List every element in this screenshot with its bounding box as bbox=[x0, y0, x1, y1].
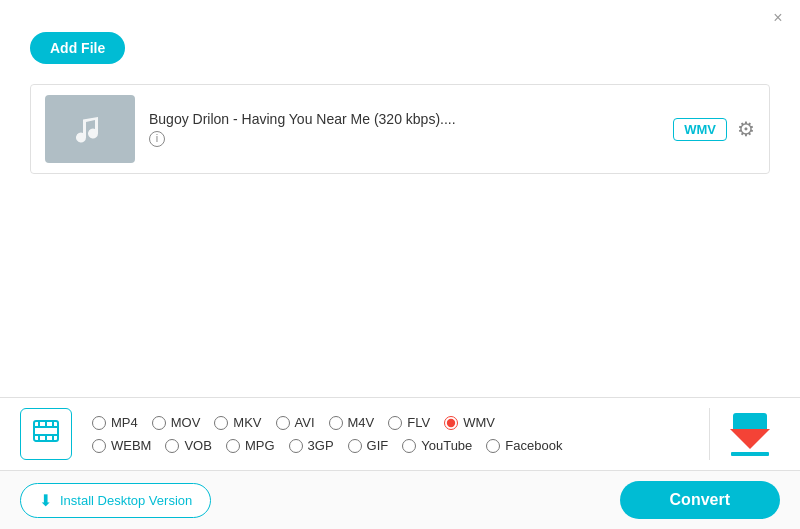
format-option-facebook[interactable]: Facebook bbox=[482, 435, 572, 456]
file-info: Bugoy Drilon - Having You Near Me (320 k… bbox=[135, 111, 673, 147]
format-row-2: WEBM VOB MPG 3GP GIF YouTube bbox=[88, 435, 699, 456]
format-icon-box bbox=[20, 408, 72, 460]
format-option-youtube[interactable]: YouTube bbox=[398, 435, 482, 456]
svg-rect-1 bbox=[34, 426, 58, 428]
format-badge[interactable]: WMV bbox=[673, 118, 727, 141]
svg-rect-8 bbox=[52, 436, 54, 441]
svg-rect-7 bbox=[45, 436, 47, 441]
svg-rect-6 bbox=[38, 436, 40, 441]
svg-rect-3 bbox=[38, 421, 40, 426]
format-option-vob[interactable]: VOB bbox=[161, 435, 221, 456]
download-arrow-icon bbox=[730, 413, 770, 456]
file-actions: WMV ⚙ bbox=[673, 117, 755, 141]
format-option-mpg[interactable]: MPG bbox=[222, 435, 285, 456]
install-button[interactable]: ⬇ Install Desktop Version bbox=[20, 483, 211, 518]
format-option-flv[interactable]: FLV bbox=[384, 412, 440, 433]
install-label: Install Desktop Version bbox=[60, 493, 192, 508]
vertical-divider bbox=[709, 408, 710, 460]
download-arrow-area bbox=[720, 413, 780, 456]
svg-rect-4 bbox=[45, 421, 47, 426]
format-option-avi[interactable]: AVI bbox=[272, 412, 325, 433]
top-area: Add File bbox=[0, 32, 800, 74]
format-option-m4v[interactable]: M4V bbox=[325, 412, 385, 433]
info-icon[interactable]: i bbox=[149, 131, 165, 147]
svg-rect-5 bbox=[52, 421, 54, 426]
format-selector: MP4 MOV MKV AVI M4V FLV WM bbox=[0, 398, 800, 470]
format-option-webm[interactable]: WEBM bbox=[88, 435, 161, 456]
file-item: Bugoy Drilon - Having You Near Me (320 k… bbox=[31, 85, 769, 173]
format-row-1: MP4 MOV MKV AVI M4V FLV WM bbox=[88, 412, 699, 433]
film-icon bbox=[32, 417, 60, 452]
format-option-mov[interactable]: MOV bbox=[148, 412, 211, 433]
format-option-mp4[interactable]: MP4 bbox=[88, 412, 148, 433]
action-bar: ⬇ Install Desktop Version Convert bbox=[0, 470, 800, 529]
file-name: Bugoy Drilon - Having You Near Me (320 k… bbox=[149, 111, 673, 127]
format-option-gif[interactable]: GIF bbox=[344, 435, 399, 456]
music-icon bbox=[70, 109, 110, 149]
title-bar: × bbox=[0, 0, 800, 32]
download-icon: ⬇ bbox=[39, 491, 52, 510]
file-list: Bugoy Drilon - Having You Near Me (320 k… bbox=[30, 84, 770, 174]
close-button[interactable]: × bbox=[768, 8, 788, 28]
gear-button[interactable]: ⚙ bbox=[737, 117, 755, 141]
format-option-mkv[interactable]: MKV bbox=[210, 412, 271, 433]
add-file-button[interactable]: Add File bbox=[30, 32, 125, 64]
bottom-panel: MP4 MOV MKV AVI M4V FLV WM bbox=[0, 397, 800, 529]
content-area bbox=[0, 184, 800, 384]
format-option-3gp[interactable]: 3GP bbox=[285, 435, 344, 456]
svg-rect-2 bbox=[34, 434, 58, 436]
format-grid: MP4 MOV MKV AVI M4V FLV WM bbox=[88, 412, 699, 456]
convert-button[interactable]: Convert bbox=[620, 481, 780, 519]
file-thumbnail bbox=[45, 95, 135, 163]
format-option-wmv[interactable]: WMV bbox=[440, 412, 505, 433]
